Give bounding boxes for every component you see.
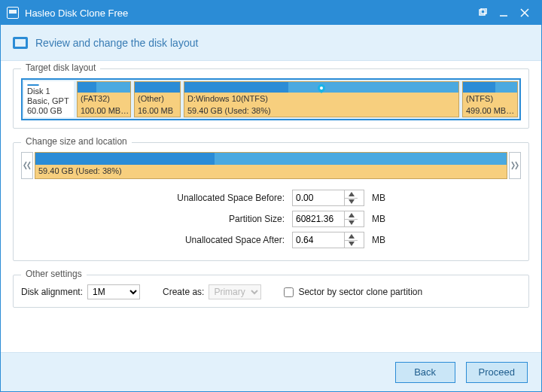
svg-marker-5 <box>349 192 355 196</box>
svg-marker-9 <box>349 234 355 239</box>
label-partition-size: Partition Size: <box>21 214 292 224</box>
spin-up-icon[interactable] <box>345 232 358 241</box>
partition-0[interactable]: (FAT32) 100.00 MB… <box>77 81 131 117</box>
label-create-as: Create as: <box>163 287 204 297</box>
label-sector-clone: Sector by sector clone partition <box>298 287 422 297</box>
group-other: Other settings Disk alignment: 1M Create… <box>13 275 529 308</box>
disk-name: Disk 1 <box>27 87 71 96</box>
app-icon <box>7 7 19 19</box>
svg-marker-8 <box>349 220 355 225</box>
input-partition-size[interactable] <box>293 211 344 226</box>
select-disk-alignment[interactable]: 1M <box>87 284 140 299</box>
resize-track[interactable]: 59.40 GB (Used: 38%) <box>35 152 507 179</box>
resize-handle-left[interactable] <box>21 152 33 179</box>
resize-slider[interactable]: 59.40 GB (Used: 38%) <box>21 152 521 179</box>
svg-rect-0 <box>480 10 485 15</box>
partition-2-fs: D:Windows 10(NTFS) <box>184 93 458 105</box>
partition-2[interactable]: D:Windows 10(NTFS) 59.40 GB (Used: 38%) <box>184 81 459 117</box>
minimize-icon[interactable] <box>493 1 514 25</box>
spin-down-icon[interactable] <box>345 241 358 248</box>
resize-handle-right[interactable] <box>509 152 521 179</box>
group-title-resize: Change size and location <box>21 136 132 147</box>
group-title-other: Other settings <box>21 269 87 279</box>
group-target-layout: Target disk layout Disk 1 Basic, GPT 60.… <box>13 68 529 129</box>
checkbox-sector-clone-input[interactable] <box>284 287 294 297</box>
disk-icon <box>27 84 39 86</box>
select-create-as: Primary <box>209 284 261 299</box>
proceed-button[interactable]: Proceed <box>466 362 528 383</box>
partition-1[interactable]: (Other) 16.00 MB <box>134 81 181 117</box>
resize-label: 59.40 GB (Used: 38%) <box>35 165 507 177</box>
partition-3-fs: (NTFS) <box>463 93 517 105</box>
checkbox-sector-clone[interactable]: Sector by sector clone partition <box>284 287 422 297</box>
partition-1-fs: (Other) <box>135 93 180 105</box>
disk-size: 60.00 GB <box>27 106 71 116</box>
svg-marker-10 <box>349 242 355 246</box>
disk-type: Basic, GPT <box>27 96 71 106</box>
app-title: Hasleo Disk Clone Free <box>25 8 472 19</box>
label-space-before: Unallocated Space Before: <box>21 193 292 203</box>
spin-down-icon[interactable] <box>345 199 358 206</box>
spin-space-after[interactable] <box>292 232 364 248</box>
spin-partition-size[interactable] <box>292 211 364 227</box>
group-title-target: Target disk layout <box>21 62 100 73</box>
partition-3-size: 499.00 MB… <box>463 105 517 117</box>
partition-3[interactable]: (NTFS) 499.00 MB… <box>462 81 518 117</box>
svg-marker-7 <box>349 213 355 217</box>
pin-icon <box>316 83 327 93</box>
partition-2-size: 59.40 GB (Used: 38%) <box>184 105 458 117</box>
unit-after: MB <box>372 235 385 245</box>
close-icon[interactable] <box>514 1 535 25</box>
partition-1-size: 16.00 MB <box>135 105 180 117</box>
input-space-before[interactable] <box>293 190 344 205</box>
label-disk-alignment: Disk alignment: <box>21 287 83 297</box>
spin-up-icon[interactable] <box>345 190 358 199</box>
page-subtitle: Review and change the disk layout <box>35 37 198 49</box>
back-button[interactable]: Back <box>395 362 455 383</box>
layout-icon <box>13 37 28 49</box>
unit-before: MB <box>372 193 385 203</box>
label-space-after: Unallocated Space After: <box>21 235 292 245</box>
partition-0-fs: (FAT32) <box>78 93 130 105</box>
disk-info[interactable]: Disk 1 Basic, GPT 60.00 GB <box>24 81 74 117</box>
spin-down-icon[interactable] <box>345 220 358 227</box>
svg-marker-6 <box>349 199 355 204</box>
svg-rect-1 <box>481 8 486 14</box>
content: Target disk layout Disk 1 Basic, GPT 60.… <box>1 61 541 308</box>
spin-up-icon[interactable] <box>345 211 358 220</box>
unit-size: MB <box>372 214 385 224</box>
spin-space-before[interactable] <box>292 190 364 206</box>
footer: Back Proceed <box>1 352 541 391</box>
disk-layout-row[interactable]: Disk 1 Basic, GPT 60.00 GB (FAT32) 100.0… <box>21 78 521 120</box>
input-space-after[interactable] <box>293 232 344 248</box>
titlebar: Hasleo Disk Clone Free <box>1 1 541 25</box>
group-resize: Change size and location 59.40 GB (Used:… <box>13 142 529 261</box>
restore-icon[interactable] <box>472 1 493 25</box>
subtitle-strip: Review and change the disk layout <box>1 25 541 61</box>
partition-0-size: 100.00 MB… <box>78 105 130 117</box>
